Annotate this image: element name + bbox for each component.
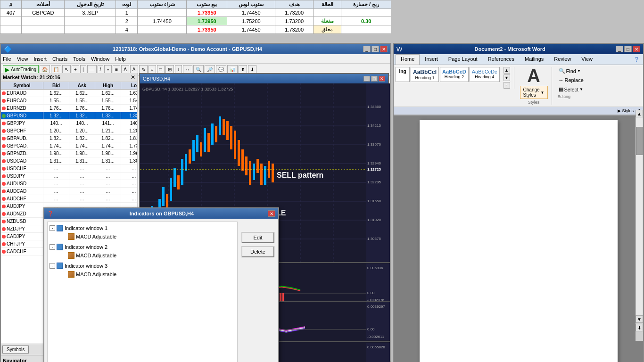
tab-review[interactable]: Review (549, 54, 576, 65)
styles-up-btn[interactable]: ▲ (504, 67, 510, 74)
change-styles-btn[interactable]: ChangeStyles ▼ (520, 86, 548, 99)
expand-btn-2[interactable]: - (50, 244, 55, 250)
mw-row-gbpchf[interactable]: GBPCHF 1.20...1.20...1.21...1.20 (1, 127, 137, 135)
mw-row-audchf[interactable]: AUDCHF ............ (1, 195, 137, 203)
mt-window-icon: 🔷 (4, 45, 12, 53)
expand-btn-3[interactable]: - (50, 263, 55, 269)
macd-item-2[interactable]: MACD Adjustable (61, 251, 235, 260)
svg-rect-15 (366, 83, 390, 263)
menu-insert[interactable]: Insert (33, 56, 47, 62)
window3-label: Indicator window 3 (65, 263, 107, 269)
scroll-track (636, 117, 643, 315)
svg-rect-49 (230, 126, 232, 149)
word-minimize-btn[interactable]: _ (616, 46, 623, 52)
mt-window-controls: _ □ ✕ (363, 46, 388, 52)
indicators-dialog: ❓ Indicators on GBPUSD,H4 ✕ - Indicator … (43, 207, 279, 362)
menu-view[interactable]: View (17, 56, 28, 62)
scroll-thumb[interactable] (636, 127, 643, 155)
indicator-icon-2 (68, 252, 74, 259)
styles-down-btn[interactable]: ▼ (504, 74, 510, 81)
macd-item-3[interactable]: MACD Adjustable (61, 270, 235, 279)
tab-page-layout[interactable]: Page Layout (443, 54, 483, 65)
dot-icon (2, 189, 6, 193)
tree-item-window1[interactable]: - Indicator window 1 (50, 224, 235, 232)
mw-row-euraud[interactable]: EURAUD 1.62...1.62...1.62...1.61 (1, 90, 137, 97)
dot-icon (2, 197, 6, 201)
edit-btn[interactable]: Edit (241, 232, 274, 243)
tab-home[interactable]: Home (396, 54, 420, 65)
tree-item-window2[interactable]: - Indicator window 2 (50, 243, 235, 251)
mw-row-gbpcad[interactable]: GBPCAD. 1.74...1.74...1.74...1.73 (1, 142, 137, 150)
svg-rect-43 (207, 133, 210, 152)
style-box-h4[interactable]: AaBbCcDc Heading 4 (470, 67, 500, 82)
row-sell-stop: 1.73950 (187, 25, 227, 34)
select-arrow: ▼ (579, 87, 583, 91)
mw-row-usdjpy[interactable]: USDJPY ............ (1, 173, 137, 180)
menu-window[interactable]: Window (91, 56, 109, 62)
tab-references[interactable]: References (483, 54, 520, 65)
mw-row-usdcad[interactable]: USDCAD 1.31...1.31...1.31...1.30 (1, 157, 137, 165)
mw-row-gbpjpy[interactable]: GBPJPY 140...140...141...140 (1, 120, 137, 127)
menu-charts[interactable]: Charts (52, 56, 67, 62)
tab-insert[interactable]: Insert (420, 54, 443, 65)
svg-rect-37 (185, 154, 187, 171)
col-high: High (95, 82, 121, 89)
scroll-down-btn[interactable]: ▼ (636, 315, 643, 323)
macd-item-1[interactable]: MACD Adjustable (61, 232, 235, 241)
mw-row-usdchf[interactable]: USDCHF ............ (1, 165, 137, 173)
row-goal: 1.73200 (275, 25, 313, 34)
styles-expand-btn[interactable]: ⋯ (504, 82, 510, 89)
mw-row-eurcad[interactable]: EURCAD 1.55...1.55...1.55...1.54 (1, 97, 137, 105)
style-box-h2[interactable]: AaBbCcD Heading 2 (440, 67, 469, 82)
row-goal: 1.73200 (275, 17, 313, 25)
scroll-up-btn[interactable]: ▲ (636, 110, 643, 117)
menu-tools[interactable]: Tools (73, 56, 85, 62)
mw-row-audcad[interactable]: AUDCAD ............ (1, 188, 137, 195)
find-btn[interactable]: 🔍 Find ▼ (558, 67, 585, 75)
dialog-close-btn[interactable]: ✕ (268, 210, 275, 217)
replace-btn[interactable]: ↔ Replace (558, 76, 585, 84)
market-watch-close[interactable]: ✕ (131, 74, 135, 81)
mw-row-gbpaud[interactable]: GBPAUD. 1.82...1.82...1.82...1.81 (1, 135, 137, 142)
scroll-bottom-btn[interactable]: ⬇ (636, 324, 643, 331)
tree-item-window3[interactable]: - Indicator window 3 (50, 262, 235, 270)
mw-row-eurnzd[interactable]: EURNZD 1.76...1.76...1.76...1.74 (1, 105, 137, 112)
chart-minimize-btn[interactable]: _ (363, 76, 370, 82)
chart-restore-btn[interactable]: □ (371, 76, 378, 82)
chart-titlebar: GBPUSD,H4 _ □ ✕ (140, 74, 388, 83)
chart-close-btn[interactable]: ✕ (379, 76, 385, 82)
tab-view[interactable]: View (576, 54, 598, 65)
mt-maximize-btn[interactable]: □ (372, 46, 379, 52)
row-lot: 2 (116, 17, 138, 25)
menu-help[interactable]: Help (115, 56, 126, 62)
word-window: W Document2 - Microsoft Word _ □ ✕ Home … (393, 43, 644, 362)
mw-row-audusd[interactable]: AUDUSD ............ (1, 180, 137, 188)
dot-icon (2, 167, 6, 171)
word-close-btn[interactable]: ✕ (633, 46, 640, 52)
style-box-partial[interactable]: ing (396, 67, 410, 82)
mt-minimize-btn[interactable]: _ (363, 46, 371, 52)
menu-file[interactable]: File (3, 56, 11, 62)
col-goal: هدف (275, 0, 313, 9)
mw-row-gbpusd[interactable]: GBPUSD 1.32...1.32...1.33...1.32 (1, 112, 137, 120)
row-sell-stop: 1.73950 (187, 17, 227, 25)
expand-btn-1[interactable]: - (50, 225, 55, 231)
select-label: Select (564, 87, 579, 92)
svg-rect-52 (241, 149, 244, 171)
col-buy-stop: شراء ستوب (138, 0, 187, 9)
infobar-text: ▶ Styles (618, 108, 634, 113)
mt-close-btn[interactable]: ✕ (380, 46, 388, 52)
chart-price-info: GBPUSD,H4 1.32621 1.32827 1.32533 1.3272… (142, 87, 233, 91)
dot-icon (2, 227, 6, 231)
select-btn[interactable]: ▦ Select ▼ (558, 85, 585, 93)
svg-rect-33 (170, 178, 172, 201)
change-styles-label: ChangeStyles (523, 87, 540, 98)
styles-scroll-arrows: ▲ ▼ ⋯ (504, 67, 510, 89)
tab-mailings[interactable]: Mailings (520, 54, 549, 65)
delete-btn[interactable]: Delete (241, 246, 274, 257)
word-restore-btn[interactable]: □ (624, 46, 632, 52)
style-box-h1[interactable]: AaBbCcI Heading 1 (411, 67, 439, 82)
mw-row-gbpnzd[interactable]: GBPNZD. 1.98...1.98...1.98...1.96 (1, 150, 137, 157)
symbols-btn[interactable]: Symbols (2, 346, 29, 354)
word-help-icon[interactable]: ? (632, 54, 641, 65)
